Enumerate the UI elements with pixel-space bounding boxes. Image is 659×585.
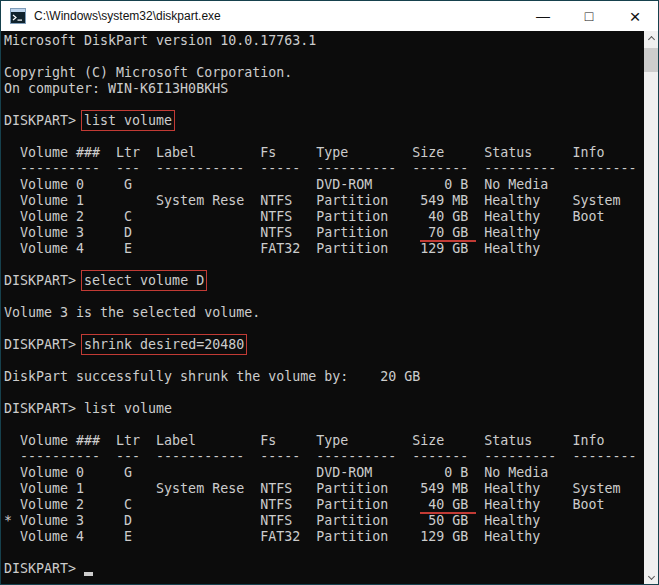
scroll-down-button[interactable] <box>644 570 658 584</box>
close-button[interactable]: × <box>612 1 658 31</box>
console-line <box>4 321 644 337</box>
console-text: DISKPART> list volume <box>4 401 172 416</box>
window-controls: — □ × <box>520 1 658 31</box>
annotation-redbox: select volume D <box>84 273 204 288</box>
window-title: C:\Windows\system32\diskpart.exe <box>34 9 520 23</box>
console-text: Volume ### Ltr Label Fs Type Size Status… <box>4 145 604 160</box>
console-line: ---------- --- ----------- ----- -------… <box>4 161 644 177</box>
console-line <box>4 257 644 273</box>
console-line: Volume ### Ltr Label Fs Type Size Status… <box>4 145 644 161</box>
console-line: Volume 2 C NTFS Partition 40 GB Healthy … <box>4 209 644 225</box>
console-line: DISKPART> <box>4 561 644 577</box>
console-text: Copyright (C) Microsoft Corporation. <box>4 65 292 80</box>
console-text: Volume 2 C NTFS Partition 40 GB Healthy … <box>4 209 604 224</box>
console-text: Healthy Boot <box>476 497 604 512</box>
console-line: Volume 4 E FAT32 Partition 129 GB Health… <box>4 241 644 257</box>
console-line <box>4 97 644 113</box>
console-text: ---------- --- ----------- ----- -------… <box>4 449 636 464</box>
console-line: Volume 2 C NTFS Partition 40 GB Healthy … <box>4 497 644 513</box>
console-text: Volume ### Ltr Label Fs Type Size Status… <box>4 433 604 448</box>
console-line: ---------- --- ----------- ----- -------… <box>4 449 644 465</box>
text-cursor <box>84 572 93 576</box>
console-text: DiskPart successfully shrunk the volume … <box>4 369 420 384</box>
chevron-up-icon <box>647 35 654 42</box>
annotation-redbox: list volume <box>84 113 172 128</box>
console-line: * Volume 3 D NTFS Partition 50 GB Health… <box>4 513 644 529</box>
console-output[interactable]: Microsoft DiskPart version 10.0.17763.1C… <box>1 31 644 584</box>
console-icon <box>10 8 26 24</box>
console-text: DISKPART> <box>4 561 84 576</box>
console-text: Volume 0 G DVD-ROM 0 B No Media <box>4 465 548 480</box>
minimize-button[interactable]: — <box>520 1 566 31</box>
console-text: On computer: WIN-K6I13H0BKHS <box>4 81 228 96</box>
console-text: Volume 1 System Rese NTFS Partition 549 … <box>4 481 620 496</box>
console-line <box>4 289 644 305</box>
console-line: Volume 0 G DVD-ROM 0 B No Media <box>4 465 644 481</box>
scrollbar-thumb[interactable] <box>644 48 658 72</box>
console-text: DISKPART> <box>4 273 84 288</box>
console-text: ---------- --- ----------- ----- -------… <box>4 161 636 176</box>
annotation-redline: 40 GB <box>420 497 476 514</box>
console-line <box>4 353 644 369</box>
window-body: Microsoft DiskPart version 10.0.17763.1C… <box>1 31 658 584</box>
close-icon: × <box>629 7 640 26</box>
console-line: DISKPART> list volume <box>4 401 644 417</box>
maximize-icon: □ <box>585 9 593 23</box>
console-line: Volume 1 System Rese NTFS Partition 549 … <box>4 481 644 497</box>
console-text: DISKPART> <box>4 113 84 128</box>
console-line: DiskPart successfully shrunk the volume … <box>4 369 644 385</box>
console-line: Microsoft DiskPart version 10.0.17763.1 <box>4 33 644 49</box>
scroll-up-button[interactable] <box>644 31 658 45</box>
console-text: Volume 2 C NTFS Partition <box>4 497 420 512</box>
console-text: Volume 0 G DVD-ROM 0 B No Media <box>4 177 548 192</box>
console-text: Microsoft DiskPart version 10.0.17763.1 <box>4 33 316 48</box>
titlebar: C:\Windows\system32\diskpart.exe — □ × <box>1 1 658 31</box>
minimize-icon: — <box>536 9 550 23</box>
console-text: * Volume 3 D NTFS Partition 50 GB Health… <box>4 513 540 528</box>
console-line: DISKPART> shrink desired=20480 <box>4 337 644 353</box>
console-line <box>4 49 644 65</box>
console-text: Healthy <box>476 225 540 240</box>
annotation-redline: 70 GB <box>420 225 476 242</box>
console-line <box>4 417 644 433</box>
console-text: Volume 4 E FAT32 Partition 129 GB Health… <box>4 529 540 544</box>
console-line: Volume 1 System Rese NTFS Partition 549 … <box>4 193 644 209</box>
console-line: Copyright (C) Microsoft Corporation. <box>4 65 644 81</box>
console-line: DISKPART> list volume <box>4 113 644 129</box>
console-line <box>4 385 644 401</box>
console-text: DISKPART> <box>4 337 84 352</box>
console-text: Volume 1 System Rese NTFS Partition 549 … <box>4 193 620 208</box>
console-line: Volume ### Ltr Label Fs Type Size Status… <box>4 433 644 449</box>
console-text: Volume 3 is the selected volume. <box>4 305 260 320</box>
chevron-down-icon <box>647 572 654 579</box>
console-line: DISKPART> select volume D <box>4 273 644 289</box>
scrollbar[interactable] <box>644 31 658 584</box>
console-line: Volume 3 D NTFS Partition 70 GB Healthy <box>4 225 644 241</box>
console-line <box>4 129 644 145</box>
console-line <box>4 545 644 561</box>
console-line: Volume 4 E FAT32 Partition 129 GB Health… <box>4 529 644 545</box>
console-line: Volume 0 G DVD-ROM 0 B No Media <box>4 177 644 193</box>
diskpart-window: C:\Windows\system32\diskpart.exe — □ × M… <box>0 0 659 585</box>
console-text: Volume 4 E FAT32 Partition 129 GB Health… <box>4 241 540 256</box>
console-line: On computer: WIN-K6I13H0BKHS <box>4 81 644 97</box>
console-line: Volume 3 is the selected volume. <box>4 305 644 321</box>
maximize-button[interactable]: □ <box>566 1 612 31</box>
annotation-redbox: shrink desired=20480 <box>84 337 244 352</box>
console-text: Volume 3 D NTFS Partition <box>4 225 420 240</box>
